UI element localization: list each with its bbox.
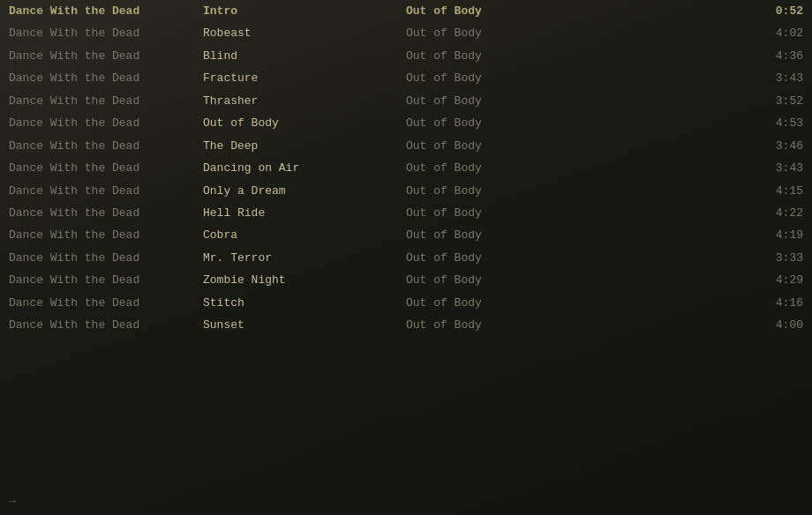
- track-row[interactable]: Dance With the DeadStitchOut of Body4:16: [0, 292, 812, 314]
- track-artist: Dance With the Dead: [9, 226, 203, 244]
- track-row[interactable]: Dance With the DeadMr. TerrorOut of Body…: [0, 247, 812, 269]
- track-title: Cobra: [203, 226, 406, 244]
- track-artist: Dance With the Dead: [9, 249, 203, 267]
- track-title: Sunset: [203, 316, 406, 334]
- track-album: Out of Body: [406, 271, 583, 289]
- track-title: Stitch: [203, 294, 406, 312]
- track-album: Out of Body: [406, 137, 583, 155]
- track-duration: 3:43: [583, 69, 803, 87]
- track-artist: Dance With the Dead: [9, 204, 203, 222]
- track-album: Out of Body: [406, 294, 583, 312]
- track-artist: Dance With the Dead: [9, 316, 203, 334]
- track-duration: 4:22: [583, 204, 803, 222]
- track-album: Out of Body: [406, 204, 583, 222]
- track-artist: Dance With the Dead: [9, 271, 203, 289]
- track-title: Hell Ride: [203, 204, 406, 222]
- track-list: Dance With the Dead Intro Out of Body 0:…: [0, 0, 812, 337]
- track-title: Thrasher: [203, 92, 406, 110]
- track-duration: 4:16: [583, 294, 803, 312]
- track-artist: Dance With the Dead: [9, 92, 203, 110]
- track-album: Out of Body: [406, 114, 583, 132]
- track-album: Out of Body: [406, 159, 583, 177]
- track-row[interactable]: Dance With the DeadOut of BodyOut of Bod…: [0, 112, 812, 134]
- track-row[interactable]: Dance With the DeadSunsetOut of Body4:00: [0, 314, 812, 336]
- track-album: Out of Body: [406, 24, 583, 42]
- track-title: Mr. Terror: [203, 249, 406, 267]
- track-artist: Dance With the Dead: [9, 182, 203, 200]
- track-row[interactable]: Dance With the DeadThrasherOut of Body3:…: [0, 90, 812, 112]
- track-row[interactable]: Dance With the DeadZombie NightOut of Bo…: [0, 269, 812, 291]
- track-row[interactable]: Dance With the DeadHell RideOut of Body4…: [0, 202, 812, 224]
- track-title: Blind: [203, 47, 406, 65]
- track-album: Out of Body: [406, 226, 583, 244]
- track-duration: 4:29: [583, 271, 803, 289]
- track-title: Only a Dream: [203, 182, 406, 200]
- header-album: Out of Body: [406, 2, 583, 20]
- track-duration: 3:43: [583, 159, 803, 177]
- track-row[interactable]: Dance With the DeadDancing on AirOut of …: [0, 157, 812, 179]
- track-artist: Dance With the Dead: [9, 47, 203, 65]
- track-artist: Dance With the Dead: [9, 159, 203, 177]
- track-artist: Dance With the Dead: [9, 69, 203, 87]
- track-artist: Dance With the Dead: [9, 24, 203, 42]
- track-title: Dancing on Air: [203, 159, 406, 177]
- track-duration: 4:15: [583, 182, 803, 200]
- track-artist: Dance With the Dead: [9, 114, 203, 132]
- track-title: The Deep: [203, 137, 406, 155]
- track-title: Fracture: [203, 69, 406, 87]
- track-album: Out of Body: [406, 69, 583, 87]
- arrow-icon: →: [9, 495, 16, 508]
- track-artist: Dance With the Dead: [9, 294, 203, 312]
- header-artist: Dance With the Dead: [9, 2, 203, 20]
- track-title: Robeast: [203, 24, 406, 42]
- track-duration: 4:36: [583, 47, 803, 65]
- track-duration: 3:46: [583, 137, 803, 155]
- track-album: Out of Body: [406, 47, 583, 65]
- header-title: Intro: [203, 2, 406, 20]
- track-row[interactable]: Dance With the DeadCobraOut of Body4:19: [0, 224, 812, 246]
- track-duration: 4:00: [583, 316, 803, 334]
- track-artist: Dance With the Dead: [9, 137, 203, 155]
- track-duration: 3:52: [583, 92, 803, 110]
- track-row[interactable]: Dance With the DeadBlindOut of Body4:36: [0, 45, 812, 67]
- track-title: Out of Body: [203, 114, 406, 132]
- header-duration: 0:52: [583, 2, 803, 20]
- track-album: Out of Body: [406, 92, 583, 110]
- footer: →: [9, 495, 16, 508]
- track-row[interactable]: Dance With the DeadOnly a DreamOut of Bo…: [0, 180, 812, 202]
- track-duration: 4:19: [583, 226, 803, 244]
- track-row[interactable]: Dance With the DeadRobeastOut of Body4:0…: [0, 22, 812, 44]
- track-duration: 4:53: [583, 114, 803, 132]
- track-title: Zombie Night: [203, 271, 406, 289]
- track-album: Out of Body: [406, 249, 583, 267]
- track-duration: 3:33: [583, 249, 803, 267]
- track-duration: 4:02: [583, 24, 803, 42]
- track-row[interactable]: Dance With the DeadThe DeepOut of Body3:…: [0, 135, 812, 157]
- track-list-header: Dance With the Dead Intro Out of Body 0:…: [0, 0, 812, 22]
- track-album: Out of Body: [406, 182, 583, 200]
- track-row[interactable]: Dance With the DeadFractureOut of Body3:…: [0, 67, 812, 89]
- track-album: Out of Body: [406, 316, 583, 334]
